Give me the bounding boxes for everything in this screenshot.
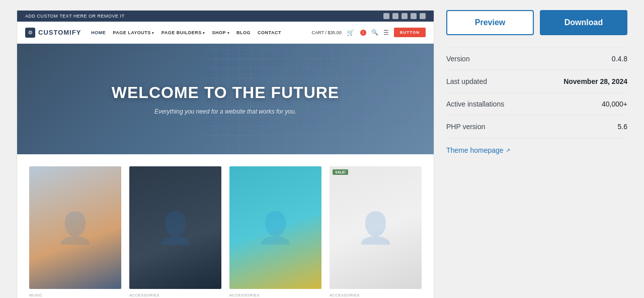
nav-page-layouts: PAGE LAYOUTS xyxy=(113,30,154,35)
twitter-icon xyxy=(392,13,398,19)
hero-subtitle: Everything you need for a website that w… xyxy=(112,108,339,115)
pinterest-icon xyxy=(420,13,426,19)
product-image-4: SALE! 👤 xyxy=(330,166,422,289)
nav-links: HOME PAGE LAYOUTS PAGE BUILDERS SHOP BLO… xyxy=(91,30,301,35)
product-category-4: ACCESSORIES xyxy=(330,293,422,297)
cart-badge: 1 xyxy=(360,30,366,36)
product-category-3: ACCESSORIES xyxy=(229,293,321,297)
download-button[interactable]: Download xyxy=(540,10,627,35)
preview-button[interactable]: Preview xyxy=(446,10,534,35)
meta-label-php-version: PHP version xyxy=(446,116,532,138)
logo-icon: ⊙ xyxy=(25,28,35,38)
nav-shop: SHOP xyxy=(212,30,229,35)
products-grid: 👤 MUSIC Vans T-Shirt ★★★★★ $15.00 👤 ACCE… xyxy=(29,166,422,298)
meta-row-active-installations: Active installations 40,000+ xyxy=(446,93,627,116)
product-card-4[interactable]: SALE! 👤 ACCESSORIES Beanie with Logo ★★★… xyxy=(330,166,422,298)
meta-label-active-installations: Active installations xyxy=(446,93,532,116)
meta-label-last-updated: Last updated xyxy=(446,70,532,93)
meta-row-php-version: PHP version 5.6 xyxy=(446,116,627,138)
product-person-1: 👤 xyxy=(29,166,121,289)
topbar-text: ADD CUSTOM TEXT HERE OR REMOVE IT xyxy=(25,14,125,19)
theme-logo: ⊙ CUSTOMIFY xyxy=(25,28,81,38)
product-image-1: 👤 xyxy=(29,166,121,289)
meta-value-version: 0.4.8 xyxy=(532,48,627,70)
hero-content: WELCOME TO THE FUTURE Everything you nee… xyxy=(112,83,339,115)
product-image-2: 👤 xyxy=(129,166,221,289)
meta-label-version: Version xyxy=(446,48,532,70)
theme-homepage-link[interactable]: Theme homepage ↗ xyxy=(446,146,627,154)
meta-table: Version 0.4.8 Last updated November 28, … xyxy=(446,47,627,138)
hero-section: WELCOME TO THE FUTURE Everything you nee… xyxy=(17,44,434,154)
product-image-3: 👤 xyxy=(229,166,321,289)
external-link-icon: ↗ xyxy=(506,147,510,154)
right-panel: Preview Download Version 0.4.8 Last upda… xyxy=(446,10,627,154)
product-person-2: 👤 xyxy=(129,166,221,289)
meta-row-last-updated: Last updated November 28, 2024 xyxy=(446,70,627,93)
facebook-icon xyxy=(383,13,389,19)
hamburger-icon: ☰ xyxy=(383,29,389,36)
product-category-1: MUSIC xyxy=(29,293,121,297)
youtube-icon xyxy=(401,13,408,19)
search-icon: 🔍 xyxy=(371,29,378,36)
topbar-social-icons xyxy=(383,13,426,19)
theme-homepage-label: Theme homepage xyxy=(446,146,504,154)
product-card-3[interactable]: 👤 ACCESSORIES Originals in Yellow ★★★★★ … xyxy=(229,166,321,298)
product-card-2[interactable]: 👤 ACCESSORIES Lauren V-Neck Polo Player … xyxy=(129,166,221,298)
hero-title: WELCOME TO THE FUTURE xyxy=(112,83,339,102)
meta-value-last-updated: November 28, 2024 xyxy=(532,70,627,93)
nav-cta-button[interactable]: BUTTON xyxy=(394,28,426,37)
meta-value-active-installations: 40,000+ xyxy=(532,93,627,116)
product-card-1[interactable]: 👤 MUSIC Vans T-Shirt ★★★★★ $15.00 xyxy=(29,166,121,298)
product-person-4: 👤 xyxy=(330,166,422,289)
nav-page-builders: PAGE BUILDERS xyxy=(162,30,205,35)
meta-value-php-version: 5.6 xyxy=(532,116,627,138)
nav-home: HOME xyxy=(91,30,106,35)
cart-icon: 🛒 xyxy=(347,29,354,36)
logo-text: CUSTOMIFY xyxy=(38,29,81,36)
instagram-icon xyxy=(411,13,417,19)
action-buttons: Preview Download xyxy=(446,10,627,35)
cart-text: CART / $35.00 xyxy=(312,30,342,35)
nav-blog: BLOG xyxy=(236,30,251,35)
product-category-2: ACCESSORIES xyxy=(129,293,221,297)
nav-contact: CONTACT xyxy=(258,30,281,35)
products-section: 👤 MUSIC Vans T-Shirt ★★★★★ $15.00 👤 ACCE… xyxy=(17,154,434,298)
product-person-3: 👤 xyxy=(229,166,321,289)
theme-topbar: ADD CUSTOM TEXT HERE OR REMOVE IT xyxy=(17,11,434,22)
meta-row-version: Version 0.4.8 xyxy=(446,48,627,70)
sale-badge: SALE! xyxy=(333,169,348,175)
nav-right: CART / $35.00 🛒 1 🔍 ☰ BUTTON xyxy=(312,28,426,37)
theme-nav: ⊙ CUSTOMIFY HOME PAGE LAYOUTS PAGE BUILD… xyxy=(17,22,434,44)
theme-preview-panel: ADD CUSTOM TEXT HERE OR REMOVE IT ⊙ CUST… xyxy=(17,10,434,298)
